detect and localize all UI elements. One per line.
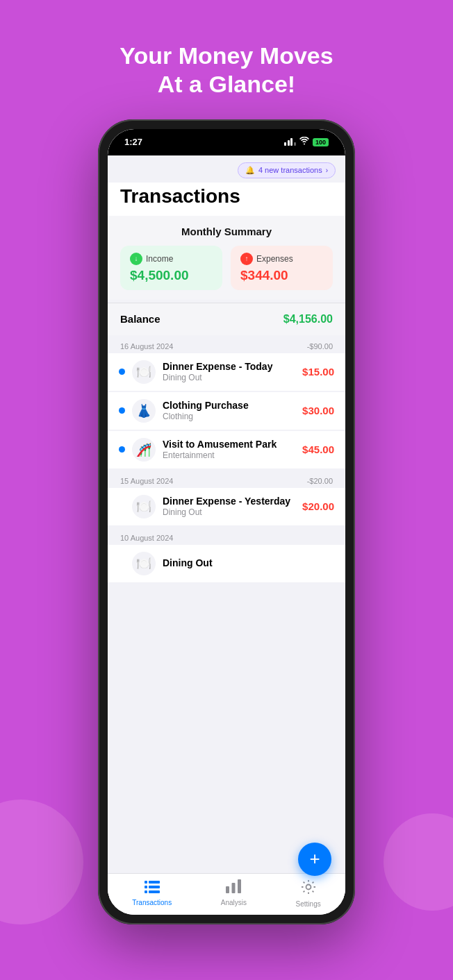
phone-frame: 1:27 100 (98, 119, 355, 924)
tx-info: Dining Out (163, 557, 327, 569)
tx-dot (119, 369, 125, 375)
nav-label-analysis: Analysis (221, 899, 247, 906)
date-label-3: 10 August 2024 (120, 534, 173, 542)
tx-icon-entertainment: 🎢 (132, 438, 156, 462)
page-title-area: Transactions (108, 183, 345, 216)
balance-label: Balance (120, 313, 160, 325)
date-section-3: 10 August 2024 (108, 527, 345, 543)
bell-icon: 🔔 (245, 166, 255, 175)
status-icons: 100 (284, 137, 329, 147)
notch-cutout (185, 129, 268, 150)
hero-text: Your Money Moves At a Glance! (120, 42, 333, 99)
status-bar: 1:27 100 (108, 129, 345, 155)
tx-category: Dining Out (163, 507, 295, 517)
monthly-summary-card: Monthly Summary ↓ Income $4,500.00 ↑ (108, 216, 345, 300)
tx-icon-dining2: 🍽️ (132, 495, 156, 518)
balance-amount: $4,156.00 (283, 313, 333, 326)
tx-info: Dinner Expense - Yesterday Dining Out (163, 496, 295, 517)
nav-item-settings[interactable]: Settings (296, 879, 321, 908)
tx-amount: $30.00 (302, 405, 334, 416)
svg-rect-4 (145, 890, 147, 893)
date-label-2: 15 August 2024 (120, 477, 173, 485)
summary-heading: Monthly Summary (120, 226, 333, 237)
signal-bars (284, 138, 296, 146)
expenses-amount: $344.00 (240, 268, 323, 283)
svg-rect-0 (145, 881, 147, 884)
wifi-icon (299, 137, 309, 147)
tx-info: Visit to Amusement Park Entertainment (163, 439, 295, 460)
svg-rect-3 (149, 886, 160, 888)
phone-wrapper: 1:27 100 (98, 119, 355, 924)
tx-dot (119, 446, 125, 453)
svg-rect-8 (238, 879, 241, 893)
transaction-item[interactable]: 👗 Clothing Purchase Clothing $30.00 (108, 392, 345, 430)
notification-label: 4 new transactions (258, 166, 322, 174)
tx-category: Entertainment (163, 450, 295, 460)
tx-dot (119, 407, 125, 414)
chevron-right-icon: › (326, 167, 328, 174)
bg-blob-left (0, 800, 83, 924)
fab-icon: + (309, 848, 320, 870)
tx-category: Clothing (163, 412, 295, 421)
screen-content: 🔔 4 new transactions › Transactions Mont… (108, 155, 345, 915)
transaction-item[interactable]: 🍽️ Dining Out (108, 545, 345, 582)
svg-rect-1 (149, 881, 160, 884)
balance-row: Balance $4,156.00 (108, 303, 345, 335)
date-section-1: 16 August 2024 -$90.00 (108, 335, 345, 352)
tx-name: Dining Out (163, 557, 327, 568)
battery-badge: 100 (313, 138, 329, 146)
income-label-row: ↓ Income (130, 253, 213, 265)
notification-pill[interactable]: 🔔 4 new transactions › (238, 162, 336, 178)
svg-rect-6 (226, 886, 229, 893)
nav-label-transactions: Transactions (132, 899, 172, 906)
tx-name: Visit to Amusement Park (163, 439, 295, 450)
fab-button[interactable]: + (298, 843, 331, 876)
income-amount: $4,500.00 (130, 268, 213, 283)
status-time: 1:27 (124, 137, 142, 147)
bottom-nav: + Trans (108, 873, 345, 915)
svg-point-9 (306, 884, 311, 889)
date-label-1: 16 August 2024 (120, 342, 173, 350)
svg-rect-2 (145, 886, 147, 888)
nav-item-transactions[interactable]: Transactions (132, 879, 172, 908)
nav-item-analysis[interactable]: Analysis (221, 879, 247, 908)
chart-icon (226, 879, 241, 897)
hero-line2: At a Glance! (120, 70, 333, 99)
date-total-1: -$90.00 (307, 342, 333, 350)
bg-blob-right (384, 813, 453, 911)
income-icon: ↓ (130, 253, 142, 265)
income-label: Income (146, 254, 173, 264)
tx-amount: $45.00 (302, 443, 334, 455)
expenses-icon: ↑ (240, 253, 253, 265)
income-box: ↓ Income $4,500.00 (120, 246, 222, 290)
summary-boxes: ↓ Income $4,500.00 ↑ Expenses $344.00 (120, 246, 333, 290)
tx-info: Clothing Purchase Clothing (163, 400, 295, 421)
tx-icon-dining3: 🍽️ (132, 552, 156, 575)
svg-rect-7 (232, 883, 236, 893)
tx-info: Dinner Expense - Today Dining Out (163, 361, 295, 382)
tx-icon-clothing: 👗 (132, 399, 156, 423)
expenses-label-row: ↑ Expenses (240, 253, 323, 265)
list-icon (145, 879, 160, 897)
date-section-2: 15 August 2024 -$20.00 (108, 470, 345, 487)
phone-screen: 1:27 100 (108, 129, 345, 915)
page-title: Transactions (120, 185, 333, 208)
tx-amount: $15.00 (302, 366, 334, 378)
tx-amount: $20.00 (302, 500, 334, 512)
tx-name: Dinner Expense - Yesterday (163, 496, 295, 507)
gear-icon (301, 879, 316, 899)
nav-label-settings: Settings (296, 900, 321, 908)
date-total-2: -$20.00 (307, 477, 333, 485)
expenses-box: ↑ Expenses $344.00 (231, 246, 333, 290)
transactions-list[interactable]: 16 August 2024 -$90.00 🍽️ Dinner Expense… (108, 335, 345, 873)
tx-name: Dinner Expense - Today (163, 361, 295, 372)
svg-rect-5 (149, 890, 160, 893)
tx-category: Dining Out (163, 373, 295, 382)
tx-name: Clothing Purchase (163, 400, 295, 411)
transaction-item[interactable]: 🎢 Visit to Amusement Park Entertainment … (108, 431, 345, 468)
transaction-item[interactable]: 🍽️ Dinner Expense - Yesterday Dining Out… (108, 488, 345, 525)
tx-icon-dining: 🍽️ (132, 360, 156, 384)
hero-line1: Your Money Moves (120, 42, 333, 70)
transaction-item[interactable]: 🍽️ Dinner Expense - Today Dining Out $15… (108, 353, 345, 391)
expenses-label: Expenses (256, 254, 293, 264)
